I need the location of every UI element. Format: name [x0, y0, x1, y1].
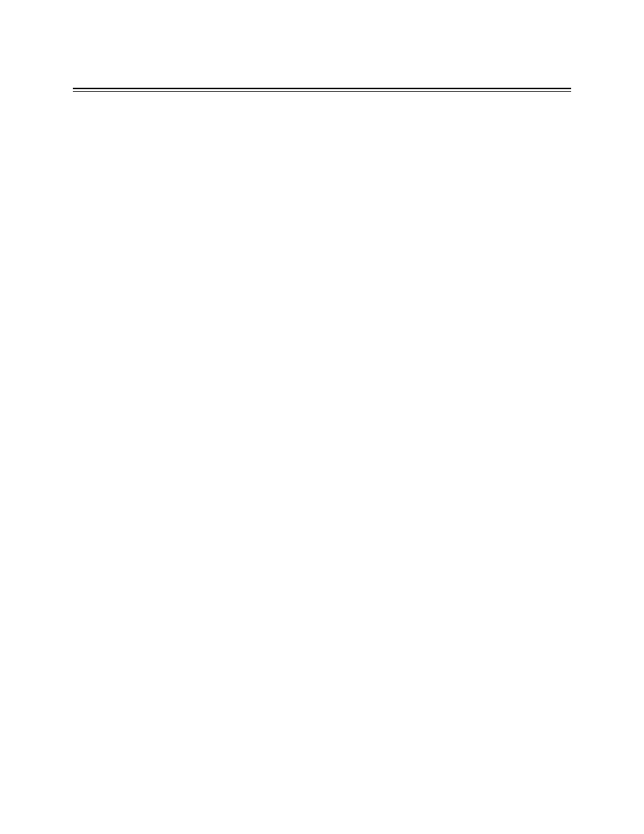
- horizontal-double-rule: [73, 88, 571, 92]
- document-page: [0, 0, 644, 834]
